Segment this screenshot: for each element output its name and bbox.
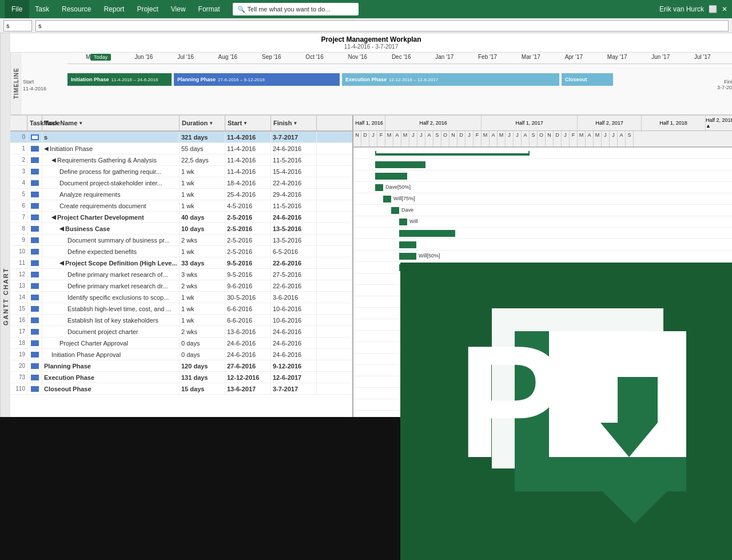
row-num: 13 [10, 280, 27, 291]
gantt-row [353, 148, 732, 159]
project-menu[interactable]: Project [131, 3, 164, 15]
table-row[interactable]: 7 ◀Project Charter Development 40 days 2… [10, 212, 352, 223]
duration: 2 wks [180, 280, 225, 291]
table-row[interactable]: 17 Document project charter 2 wks 13-6-2… [10, 326, 352, 337]
task-name[interactable]: Establish list of key stakeholders [42, 315, 180, 325]
gantt-row: Will[50%] [353, 251, 732, 262]
duration: 22,5 days [180, 154, 225, 165]
table-row[interactable]: 12 Define primary market research of... … [10, 269, 352, 280]
resource-label: Will[75%] [393, 196, 415, 201]
half1-2017: Half 1, 2017 [482, 116, 578, 130]
finish-date: 11-5-2016 [271, 154, 317, 165]
th-start[interactable]: Start ▼ [225, 116, 271, 130]
formula-input[interactable] [35, 20, 729, 31]
row-num: 19 [10, 349, 27, 360]
project-title: Project Management Workplan 11-4-2016 - … [10, 33, 732, 53]
task-name[interactable]: Identify specific exclusions to scop... [42, 292, 180, 303]
start-date: 6-6-2016 [225, 315, 271, 325]
task-name[interactable]: Define primary market research of... [42, 269, 180, 280]
gantt-summary-bar [375, 153, 530, 156]
table-row[interactable]: 4 Document project-stakeholder inter... … [10, 177, 352, 189]
finish-date: 24-6-2016 [271, 326, 317, 337]
table-row[interactable]: 1 ◀Initiation Phase 55 days 11-4-2016 24… [10, 143, 352, 154]
table-row[interactable]: 0 s 321 days 11-4-2016 3-7-2017 [10, 132, 352, 143]
th-finish[interactable]: Finish ▼ [271, 116, 317, 130]
view-menu[interactable]: View [165, 3, 192, 15]
table-row[interactable]: 19 Initiation Phase Approval 0 days 24-6… [10, 349, 352, 360]
table-row[interactable]: 9 Document summary of business pr... 2 w… [10, 235, 352, 246]
duration: 3 wks [180, 269, 225, 280]
task-mode [27, 280, 42, 291]
task-name[interactable]: Define primary market research dr... [42, 280, 180, 291]
table-row[interactable]: 15 Establish high-level time, cost, and … [10, 303, 352, 315]
report-menu[interactable]: Report [98, 3, 130, 15]
search-placeholder: Tell me what you want to do... [248, 6, 331, 13]
table-row[interactable]: 20 Planning Phase 120 days 27-6-2016 9-1… [10, 360, 352, 372]
th-taskname[interactable]: Task Name ▼ [42, 116, 180, 130]
finish-date: 12-6-2017 [271, 372, 317, 383]
task-name[interactable]: ◀Project Scope Definition (High Leve... [42, 257, 180, 268]
table-row[interactable]: 16 Establish list of key stakeholders 1 … [10, 315, 352, 326]
menu-bar: Task Resource Report Project View Format [29, 3, 225, 15]
task-mode [27, 315, 42, 325]
table-row[interactable]: 2 ◀Requirements Gathering & Analysis 22,… [10, 154, 352, 166]
table-row[interactable]: 5 Analyze requirements 1 wk 25-4-2016 29… [10, 189, 352, 200]
resource-menu[interactable]: Resource [56, 3, 97, 15]
task-name[interactable]: Execution Phase [42, 372, 180, 383]
half1-2016: Half 1, 2016 [353, 116, 385, 130]
task-menu[interactable]: Task [29, 3, 55, 15]
format-menu[interactable]: Format [193, 3, 226, 15]
task-name[interactable]: Define expected benefits [42, 246, 180, 257]
table-row[interactable]: 11 ◀Project Scope Definition (High Leve.… [10, 257, 352, 269]
row-num: 3 [10, 166, 27, 177]
table-row[interactable]: 3 Define process for gathering requir...… [10, 166, 352, 177]
task-name[interactable]: s [42, 132, 180, 142]
closeout-phase-bar: Closeout [562, 73, 613, 86]
table-row[interactable]: 10 Define expected benefits 1 wk 2-5-201… [10, 246, 352, 257]
restore-button[interactable]: ⬜ [709, 5, 717, 13]
start-date: 2-5-2016 [225, 246, 271, 257]
user-name: Erik van Hurck [659, 5, 704, 13]
task-name[interactable]: Document project charter [42, 326, 180, 337]
task-mode [27, 292, 42, 303]
task-name[interactable]: Project Charter Approval [42, 337, 180, 348]
gantt-bar [375, 184, 383, 191]
search-box[interactable]: 🔍 Tell me what you want to do... [233, 3, 359, 15]
table-row[interactable]: 13 Define primary market research dr... … [10, 280, 352, 292]
task-name[interactable]: ◀Initiation Phase [42, 143, 180, 154]
table-row[interactable]: 73 Execution Phase 131 days 12-12-2016 1… [10, 372, 352, 383]
summary-end [528, 151, 530, 156]
th-id [10, 116, 27, 130]
half2-2016: Half 2, 2016 [385, 116, 482, 130]
gantt-row [353, 170, 732, 182]
table-row[interactable]: 14 Identify specific exclusions to scop.… [10, 292, 352, 303]
task-name[interactable]: Establish high-level time, cost, and ... [42, 303, 180, 314]
close-button[interactable]: ✕ [722, 5, 727, 13]
gantt-row: Will[75%] [353, 193, 732, 205]
table-row[interactable]: 6 Create requirements document 1 wk 4-5-… [10, 200, 352, 212]
task-name[interactable]: Analyze requirements [42, 189, 180, 200]
file-menu[interactable]: File [5, 0, 29, 18]
row-num: 7 [10, 212, 27, 223]
finish-date: 22-4-2016 [271, 177, 317, 188]
timeline-months: May '16 Jun '16 Jul '16 Aug '16 Sep '16 … [67, 53, 732, 63]
task-name[interactable]: ◀Requirements Gathering & Analysis [42, 154, 180, 165]
task-name[interactable]: ◀Business Case [42, 223, 180, 234]
task-name[interactable]: Document summary of business pr... [42, 235, 180, 245]
finish-date: 10-6-2016 [271, 315, 317, 325]
th-duration[interactable]: Duration ▼ [180, 116, 225, 130]
task-name[interactable]: Create requirements document [42, 200, 180, 211]
resource-label: Dave[50%] [385, 184, 411, 190]
name-box[interactable] [3, 20, 32, 31]
task-name[interactable]: Document project-stakeholder inter... [42, 177, 180, 188]
task-name[interactable]: Initiation Phase Approval [42, 349, 180, 360]
task-name[interactable]: Planning Phase [42, 360, 180, 371]
task-name[interactable]: ◀Project Charter Development [42, 212, 180, 223]
table-row[interactable]: 110 Closeout Phase 15 days 13-6-2017 3-7… [10, 383, 352, 395]
project-title-text: Project Management Workplan [13, 35, 730, 43]
task-name[interactable]: Closeout Phase [42, 383, 180, 394]
table-row[interactable]: 8 ◀Business Case 10 days 2-5-2016 13-5-2… [10, 223, 352, 235]
task-name[interactable]: Define process for gathering requir... [42, 166, 180, 177]
task-mode [27, 177, 42, 188]
table-row[interactable]: 18 Project Charter Approval 0 days 24-6-… [10, 337, 352, 349]
